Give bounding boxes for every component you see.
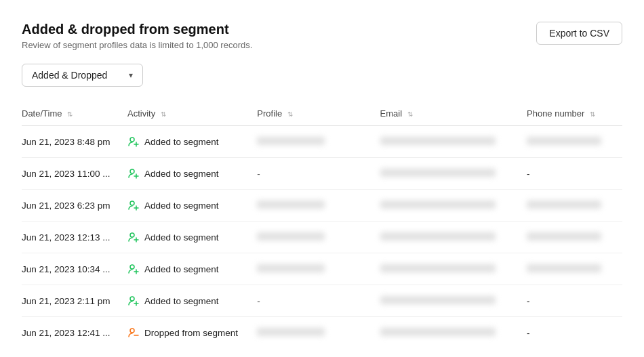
page-title: Added & dropped from segment <box>22 22 252 37</box>
sort-icon-email: ⇅ <box>407 110 413 118</box>
cell-email: xxxxxxxxxxxxxxxxxxxx <box>380 222 527 253</box>
cell-datetime: Jun 21, 2023 12:13 ... <box>22 222 127 253</box>
cell-profile: xxxxxxxxxx <box>257 253 380 285</box>
cell-email: xxxxxxxxxxxxxxxxxxxx <box>380 317 527 349</box>
activity-label: Added to segment <box>144 137 219 147</box>
activity-label: Added to segment <box>144 232 219 243</box>
table-row: Jun 21, 2023 12:13 ... Added to segmentx… <box>22 222 622 253</box>
activity-label: Dropped from segment <box>144 328 238 338</box>
cell-email: xxxxxxxxxxxxxxxxxxxx <box>380 285 527 317</box>
activity-filter-dropdown[interactable]: Added & Dropped ▾ <box>22 64 143 87</box>
cell-email: xxxxxxxxxxxxxxxxxxxx <box>380 253 527 285</box>
cell-datetime: Jun 21, 2023 12:41 ... <box>22 317 127 349</box>
table-header: Date/Time ⇅ Activity ⇅ Profile ⇅ Email ⇅… <box>22 103 622 126</box>
svg-point-0 <box>130 138 134 142</box>
svg-point-12 <box>130 265 134 269</box>
added-to-segment-icon <box>127 231 140 243</box>
cell-phone: xxxxxxxxxxx <box>527 190 622 222</box>
cell-activity: Dropped from segment <box>127 317 257 349</box>
cell-activity: Added to segment <box>127 190 257 222</box>
cell-email: xxxxxxxxxxxxxxxxxxxx <box>380 158 527 190</box>
activity-label: Added to segment <box>144 201 219 211</box>
table-row: Jun 21, 2023 6:23 pm Added to segmentxxx… <box>22 190 622 222</box>
svg-point-15 <box>130 297 134 301</box>
added-to-segment-icon <box>127 167 140 180</box>
col-header-email[interactable]: Email ⇅ <box>380 103 527 126</box>
page-header: Added & dropped from segment Review of s… <box>22 22 622 50</box>
cell-profile: xxxxxxxxxx <box>257 222 380 253</box>
cell-phone: xxxxxxxxxxx <box>527 253 622 285</box>
cell-phone: - <box>527 158 622 190</box>
cell-email: xxxxxxxxxxxxxxxxxxxx <box>380 126 527 158</box>
sort-icon-profile: ⇅ <box>287 110 293 118</box>
cell-phone: xxxxxxxxxxx <box>527 126 622 158</box>
table-row: Jun 21, 2023 12:41 ... Dropped from segm… <box>22 317 622 349</box>
data-table-wrapper: Date/Time ⇅ Activity ⇅ Profile ⇅ Email ⇅… <box>22 103 622 348</box>
cell-profile: - <box>257 285 380 317</box>
sort-icon-datetime: ⇅ <box>67 110 73 118</box>
dropdown-label: Added & Dropped <box>32 70 107 81</box>
svg-point-18 <box>130 329 134 333</box>
added-to-segment-icon <box>127 263 140 275</box>
table-body: Jun 21, 2023 8:48 pm Added to segmentxxx… <box>22 126 622 349</box>
activity-label: Added to segment <box>144 169 219 179</box>
activity-label: Added to segment <box>144 296 219 306</box>
table-row: Jun 21, 2023 11:00 ... Added to segment-… <box>22 158 622 190</box>
cell-email: xxxxxxxxxxxxxxxxxxxx <box>380 190 527 222</box>
chevron-down-icon: ▾ <box>129 70 133 80</box>
cell-activity: Added to segment <box>127 158 257 190</box>
cell-activity: Added to segment <box>127 253 257 285</box>
activity-label: Added to segment <box>144 264 219 274</box>
svg-point-3 <box>130 169 134 173</box>
col-header-phone[interactable]: Phone number ⇅ <box>527 103 622 126</box>
cell-phone: xxxxxxxxxxx <box>527 222 622 253</box>
table-row: Jun 21, 2023 8:48 pm Added to segmentxxx… <box>22 126 622 158</box>
cell-profile: - <box>257 158 380 190</box>
added-to-segment-icon <box>127 295 140 307</box>
cell-activity: Added to segment <box>127 285 257 317</box>
cell-datetime: Jun 21, 2023 6:23 pm <box>22 190 127 222</box>
page-subtitle: Review of segment profiles data is limit… <box>22 40 252 50</box>
cell-datetime: Jun 21, 2023 10:34 ... <box>22 253 127 285</box>
cell-activity: Added to segment <box>127 222 257 253</box>
header-text: Added & dropped from segment Review of s… <box>22 22 252 50</box>
svg-point-6 <box>130 201 134 205</box>
cell-datetime: Jun 21, 2023 2:11 pm <box>22 285 127 317</box>
table-row: Jun 21, 2023 10:34 ... Added to segmentx… <box>22 253 622 285</box>
cell-datetime: Jun 21, 2023 8:48 pm <box>22 126 127 158</box>
sort-icon-activity: ⇅ <box>161 110 166 118</box>
cell-phone: - <box>527 285 622 317</box>
table-row: Jun 21, 2023 2:11 pm Added to segment-xx… <box>22 285 622 317</box>
activity-table: Date/Time ⇅ Activity ⇅ Profile ⇅ Email ⇅… <box>22 103 622 348</box>
svg-point-9 <box>130 233 134 237</box>
dropped-from-segment-icon <box>127 327 140 339</box>
cell-activity: Added to segment <box>127 126 257 158</box>
cell-profile: xxxxxxxxxx <box>257 126 380 158</box>
cell-profile: xxxxxxxxxx <box>257 190 380 222</box>
cell-datetime: Jun 21, 2023 11:00 ... <box>22 158 127 190</box>
export-csv-button[interactable]: Export to CSV <box>536 22 622 45</box>
col-header-datetime[interactable]: Date/Time ⇅ <box>22 103 127 126</box>
filter-dropdown-area: Added & Dropped ▾ <box>22 64 622 87</box>
col-header-profile[interactable]: Profile ⇅ <box>257 103 380 126</box>
added-to-segment-icon <box>127 199 140 211</box>
cell-phone: - <box>527 317 622 349</box>
cell-profile: xxxxxxxxxx <box>257 317 380 349</box>
added-to-segment-icon <box>127 135 140 148</box>
sort-icon-phone: ⇅ <box>590 110 595 118</box>
col-header-activity[interactable]: Activity ⇅ <box>127 103 257 126</box>
